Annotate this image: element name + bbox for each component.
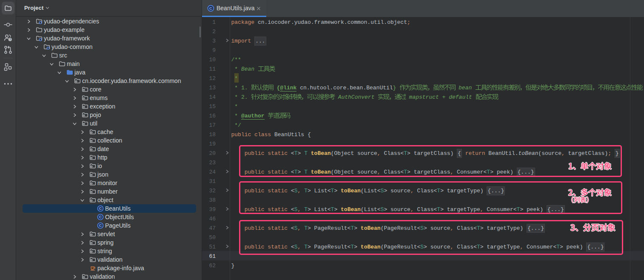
svg-text:C: C <box>99 215 102 219</box>
svg-text:?: ? <box>9 38 11 41</box>
svg-text:C: C <box>99 223 102 228</box>
svg-text:C: C <box>99 206 102 211</box>
svg-text:C: C <box>209 6 212 11</box>
